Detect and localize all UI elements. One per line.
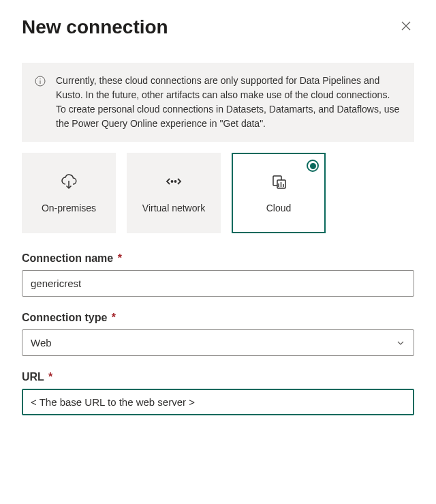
svg-point-3 <box>40 78 40 79</box>
url-input[interactable] <box>22 389 414 415</box>
network-icon <box>164 172 183 191</box>
close-button[interactable] <box>398 19 414 35</box>
card-label: Cloud <box>266 202 292 214</box>
close-icon <box>401 20 411 34</box>
info-text: Currently, these cloud connections are o… <box>56 74 402 131</box>
connection-location-cards: On-premises Virtual network Cloud <box>22 153 414 233</box>
connection-name-label: Connection name * <box>22 252 414 265</box>
label-text: Connection type <box>22 312 107 323</box>
url-label: URL * <box>22 371 414 383</box>
svg-point-7 <box>175 181 176 182</box>
label-text: URL <box>22 371 44 383</box>
label-text: Connection name <box>22 252 113 264</box>
required-marker: * <box>118 252 122 264</box>
page-title: New connection <box>22 16 168 38</box>
info-banner: Currently, these cloud connections are o… <box>22 63 414 142</box>
connection-type-select[interactable]: Web <box>22 329 414 356</box>
chevron-down-icon <box>396 338 405 348</box>
radio-selected-icon <box>307 160 319 172</box>
field-connection-type: Connection type * Web <box>22 312 414 356</box>
card-cloud[interactable]: Cloud <box>232 153 326 233</box>
field-url: URL * <box>22 371 414 415</box>
cloud-db-icon <box>269 172 288 191</box>
info-icon <box>34 75 46 87</box>
connection-name-input[interactable] <box>22 270 414 297</box>
svg-point-6 <box>172 181 173 182</box>
card-label: On-premises <box>42 202 96 214</box>
required-marker: * <box>48 371 52 383</box>
connection-type-label: Connection type * <box>22 312 414 324</box>
panel-header: New connection <box>22 16 414 38</box>
card-on-premises[interactable]: On-premises <box>22 153 116 233</box>
select-value: Web <box>31 337 52 349</box>
cloud-download-icon <box>59 172 78 191</box>
field-connection-name: Connection name * <box>22 252 414 297</box>
required-marker: * <box>112 312 116 323</box>
card-virtual-network[interactable]: Virtual network <box>127 153 221 233</box>
card-label: Virtual network <box>142 202 205 214</box>
